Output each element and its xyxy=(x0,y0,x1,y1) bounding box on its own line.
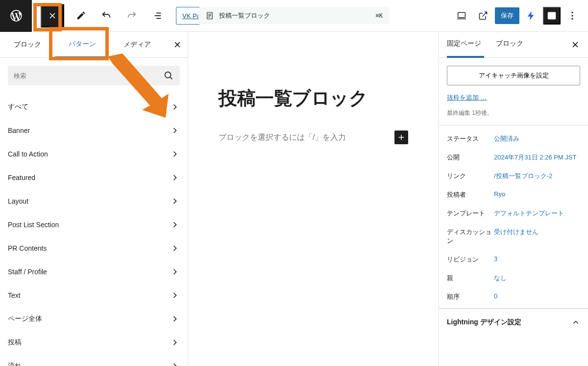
settings-tab-page[interactable]: 固定ページ xyxy=(447,32,484,58)
chevron-right-icon xyxy=(170,338,180,347)
svg-point-17 xyxy=(571,18,573,20)
category-label: Layout xyxy=(8,197,28,205)
document-outline-button[interactable] xyxy=(146,4,169,27)
tab-media[interactable]: メディア xyxy=(110,32,165,58)
chevron-right-icon xyxy=(170,314,180,324)
status-value[interactable]: 公開済み xyxy=(494,134,580,143)
block-inserter-toggle[interactable] xyxy=(41,4,64,27)
pattern-category-item[interactable]: Call to Action xyxy=(8,142,180,166)
status-label: ステータス xyxy=(447,134,494,143)
category-label: Featured xyxy=(8,174,35,182)
document-title-bar[interactable]: 投稿一覧ブロック ⌘K xyxy=(198,7,390,25)
order-value[interactable]: 0 xyxy=(494,292,580,301)
chevron-right-icon xyxy=(170,173,180,183)
pattern-category-item[interactable]: ページ全体 xyxy=(8,307,180,331)
settings-close-button[interactable] xyxy=(570,40,580,50)
link-label: リンク xyxy=(447,172,494,181)
pattern-category-list: すべてBannerCall to ActionFeaturedLayoutPos… xyxy=(8,95,180,366)
wordpress-icon xyxy=(9,9,23,23)
redo-button[interactable] xyxy=(120,4,144,27)
pattern-category-item[interactable]: Staff / Profile xyxy=(8,260,180,284)
category-label: Post List Section xyxy=(8,221,59,229)
kebab-icon xyxy=(567,10,578,21)
svg-point-15 xyxy=(571,12,573,13)
order-label: 順序 xyxy=(447,292,494,301)
add-excerpt-link[interactable]: 抜粋を追加 … xyxy=(447,94,487,101)
block-placeholder[interactable]: ブロックを選択するには「/」を入力 xyxy=(219,132,394,143)
tab-patterns[interactable]: パターン xyxy=(55,32,110,58)
svg-point-20 xyxy=(165,72,171,78)
set-featured-image-button[interactable]: アイキャッチ画像を設定 xyxy=(447,66,580,85)
external-icon xyxy=(478,11,488,21)
tab-blocks[interactable]: ブロック xyxy=(0,32,55,58)
pattern-category-item[interactable]: Text xyxy=(8,284,180,307)
chevron-right-icon xyxy=(170,290,180,300)
chevron-up-icon xyxy=(571,318,580,327)
svg-point-16 xyxy=(571,15,573,16)
publish-value[interactable]: 2024年7月31日 2:26 PM JST xyxy=(494,153,580,162)
add-block-button[interactable] xyxy=(394,131,408,144)
chevron-right-icon xyxy=(170,267,180,277)
parent-label: 親 xyxy=(447,274,494,283)
category-label: Banner xyxy=(8,127,30,134)
view-responsive-button[interactable] xyxy=(452,6,471,26)
post-title[interactable]: 投稿一覧ブロック xyxy=(219,86,408,111)
pattern-category-item[interactable]: Layout xyxy=(8,189,180,213)
template-label: テンプレート xyxy=(447,209,494,218)
category-label: ページ全体 xyxy=(8,314,42,323)
chevron-right-icon xyxy=(170,361,180,366)
search-input[interactable] xyxy=(14,72,163,79)
link-value[interactable]: /投稿一覧ブロック-2 xyxy=(494,172,580,181)
undo-button[interactable] xyxy=(95,4,118,27)
svg-line-21 xyxy=(170,77,172,79)
chevron-right-icon xyxy=(170,220,180,230)
editor-canvas[interactable]: 投稿一覧ブロック ブロックを選択するには「/」を入力 xyxy=(188,32,439,366)
search-icon xyxy=(163,70,174,81)
pattern-category-item[interactable]: すべて xyxy=(8,95,180,119)
undo-icon xyxy=(101,10,112,21)
author-value[interactable]: Ryo xyxy=(494,190,580,199)
open-in-new-button[interactable] xyxy=(473,6,493,26)
template-value[interactable]: デフォルトテンプレート xyxy=(494,209,580,218)
author-label: 投稿者 xyxy=(447,190,494,199)
parent-value[interactable]: なし xyxy=(494,274,580,283)
pattern-category-item[interactable]: 投稿 xyxy=(8,331,180,354)
category-label: 流れ xyxy=(8,362,22,366)
tools-button[interactable] xyxy=(69,4,93,27)
document-title: 投稿一覧ブロック xyxy=(219,11,270,20)
svg-rect-10 xyxy=(458,13,466,18)
top-toolbar: VK Pattern Library 投稿一覧ブロック ⌘K 保存 xyxy=(0,0,588,32)
wp-logo-button[interactable] xyxy=(0,0,32,32)
svg-line-12 xyxy=(482,12,487,17)
command-hint: ⌘K xyxy=(376,12,383,19)
plus-icon xyxy=(397,133,406,142)
category-label: PR Contents xyxy=(8,244,47,252)
inserter-panel: ブロック パターン メディア すべてBannerCall to ActionFe… xyxy=(0,32,188,366)
settings-tab-block[interactable]: ブロック xyxy=(496,32,526,58)
pattern-category-item[interactable]: Post List Section xyxy=(8,213,180,236)
inserter-search[interactable] xyxy=(8,66,180,85)
discussion-value[interactable]: 受け付けません xyxy=(494,228,580,245)
more-options-button[interactable] xyxy=(563,6,582,26)
pattern-category-item[interactable]: Featured xyxy=(8,166,180,189)
accordion-label: Lightning デザイン設定 xyxy=(447,318,521,327)
category-label: Call to Action xyxy=(8,150,48,158)
lightning-design-accordion[interactable]: Lightning デザイン設定 xyxy=(439,309,588,336)
pencil-icon xyxy=(75,10,86,21)
category-label: 投稿 xyxy=(8,338,22,347)
jetpack-boost-button[interactable] xyxy=(521,6,541,26)
publish-label: 公開 xyxy=(447,153,494,162)
save-button[interactable]: 保存 xyxy=(495,7,519,24)
category-label: すべて xyxy=(8,103,28,111)
pattern-category-item[interactable]: 流れ xyxy=(8,354,180,366)
bolt-icon xyxy=(526,10,537,21)
inserter-close-button[interactable] xyxy=(167,32,188,58)
chevron-right-icon xyxy=(170,149,180,159)
revision-value[interactable]: 3 xyxy=(494,255,580,264)
chevron-right-icon xyxy=(170,102,180,112)
settings-sidebar-toggle[interactable] xyxy=(543,7,561,25)
category-label: Staff / Profile xyxy=(8,268,47,276)
pattern-category-item[interactable]: PR Contents xyxy=(8,236,180,260)
pattern-category-item[interactable]: Banner xyxy=(8,119,180,142)
chevron-right-icon xyxy=(170,126,180,135)
